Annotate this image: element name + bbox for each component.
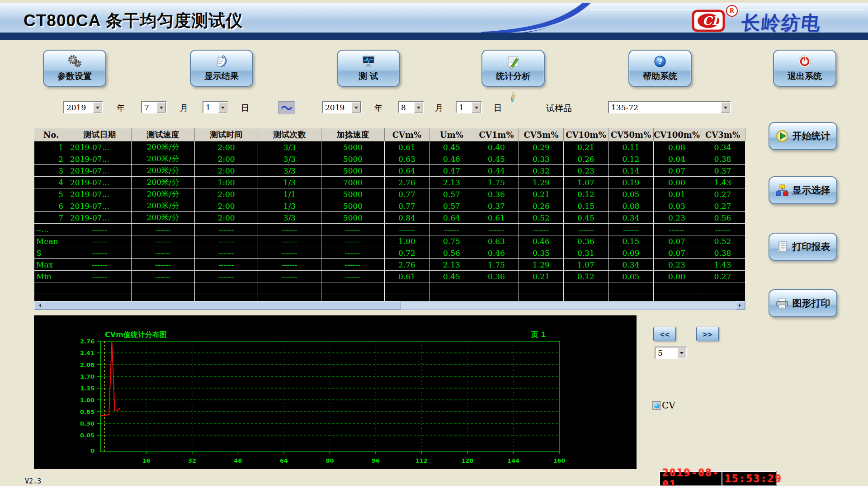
table-cell: ------ — [258, 259, 321, 271]
svg-text:96: 96 — [372, 457, 380, 464]
table-cell: ------ — [321, 235, 385, 247]
table-row[interactable]: 62019-07...200米/分2:001/350000.770.570.37… — [34, 200, 745, 212]
table-cell: 5000 — [321, 212, 385, 224]
table-row[interactable]: Min------------------------------0.610.4… — [34, 271, 745, 282]
table-cell: 0.45 — [564, 212, 609, 224]
table-cell: 200米/分 — [132, 188, 195, 200]
table-cell: ------ — [258, 271, 321, 282]
table-cell: 0.36 — [564, 235, 609, 247]
dropdown-arrow-icon[interactable] — [157, 102, 166, 113]
start-statistics-label: 开始统计 — [793, 130, 830, 142]
table-cell: 2019-07... — [68, 177, 132, 188]
end-day-select[interactable]: 1 — [456, 101, 482, 113]
start-month-select[interactable]: 7 — [141, 101, 167, 113]
table-cell: 5000 — [321, 141, 385, 153]
table-cell: 0.15 — [564, 200, 609, 212]
table-horizontal-scrollbar[interactable] — [34, 301, 745, 310]
brand-name: 长岭纺电 — [740, 10, 822, 36]
table-row[interactable]: --...-----------------------------------… — [34, 224, 745, 235]
start-year-select[interactable]: 2019 — [63, 101, 103, 113]
org-chart-icon — [776, 184, 788, 197]
table-cell: ------ — [132, 259, 195, 271]
sample-value: 135-72 — [611, 103, 638, 112]
display-select-button[interactable]: 显示选择 — [769, 176, 837, 204]
table-cell: 0.01 — [654, 188, 700, 200]
table-row[interactable]: 32019-07...200米/分2:003/350000.640.470.44… — [34, 165, 745, 177]
table-cell: 0.26 — [564, 153, 609, 165]
column-header: 加捻速度 — [321, 128, 385, 141]
table-row[interactable]: 22019-07...200米/分2:003/350000.630.460.45… — [34, 153, 745, 165]
table-cell: 6 — [34, 200, 68, 212]
table-cell: 0.63 — [385, 153, 429, 165]
print-report-button[interactable]: 打印报表 — [769, 233, 837, 261]
dropdown-arrow-icon[interactable] — [472, 102, 481, 113]
table-cell: ------ — [258, 224, 321, 235]
table-cell: 0.34 — [700, 141, 745, 153]
table-cell — [474, 282, 519, 294]
scrollbar-thumb[interactable] — [43, 301, 401, 310]
table-cell: 0.56 — [429, 247, 474, 259]
start-day-select[interactable]: 1 — [203, 101, 228, 113]
test-button[interactable]: 测 试 — [337, 50, 400, 87]
scroll-right-icon[interactable] — [736, 301, 745, 310]
table-cell: 0.57 — [429, 188, 474, 200]
header-bottom-bar — [0, 33, 868, 40]
svg-text:0.65: 0.65 — [80, 408, 94, 415]
cv-checkbox[interactable] — [652, 401, 661, 410]
table-row[interactable]: 52019-07...200米/分2:001/150000.770.570.36… — [34, 188, 745, 200]
table-row[interactable]: S------------------------------0.720.560… — [34, 247, 745, 259]
end-month-select[interactable]: 8 — [398, 101, 424, 113]
print-graph-button[interactable]: 图形打印 — [769, 289, 837, 317]
page-prev-button[interactable]: << — [653, 327, 676, 341]
table-cell: 0.23 — [564, 165, 609, 177]
table-cell: ------ — [258, 247, 321, 259]
show-results-button[interactable]: 显示结果 — [190, 50, 253, 87]
statistics-button[interactable]: 统计分析 — [481, 50, 545, 87]
table-cell: ------ — [609, 224, 654, 235]
table-cell: 2019-07... — [68, 153, 132, 165]
exit-button[interactable]: 退出系统 — [773, 50, 836, 87]
dropdown-arrow-icon[interactable] — [414, 102, 423, 113]
table-cell: ------ — [654, 224, 700, 235]
table-cell: 200米/分 — [132, 153, 195, 165]
table-cell: 2019-07... — [68, 200, 132, 212]
help-button[interactable]: ? 帮助系统 — [628, 50, 692, 87]
table-cell: 0.37 — [700, 165, 745, 177]
table-cell: 0.32 — [519, 165, 564, 177]
brand-logo: CL R 长岭纺电 — [692, 6, 863, 33]
settings-button[interactable]: 参数设置 — [43, 50, 106, 87]
table-row[interactable]: Mean------------------------------1.000.… — [34, 235, 745, 247]
table-cell — [321, 282, 385, 294]
svg-text:CVm值统计分布图: CVm值统计分布图 — [105, 330, 167, 339]
dropdown-arrow-icon[interactable] — [352, 102, 361, 113]
start-year-label: 年 — [117, 103, 125, 113]
table-row[interactable]: Max------------------------------2.762.1… — [34, 259, 745, 271]
table-cell: ------ — [429, 224, 474, 235]
scroll-left-icon[interactable] — [34, 301, 43, 310]
version-label: V2.3 — [25, 477, 41, 485]
dropdown-arrow-icon[interactable] — [721, 102, 730, 113]
table-cell: ------ — [68, 247, 132, 259]
page-size-select[interactable]: 5 — [655, 347, 687, 359]
table-cell: 5 — [34, 188, 68, 200]
table-cell: ------ — [385, 224, 429, 235]
table-row[interactable]: 42019-07...200米/分1:001/370002.762.131.75… — [34, 177, 745, 188]
dropdown-arrow-icon[interactable] — [93, 102, 102, 113]
table-cell: 0.19 — [609, 177, 654, 188]
end-year-select[interactable]: 2019 — [322, 101, 362, 113]
svg-text:2.41: 2.41 — [80, 350, 94, 357]
empty-row[interactable] — [34, 282, 745, 294]
page-next-button[interactable]: >> — [696, 327, 719, 341]
table-cell: 0.77 — [385, 200, 429, 212]
start-statistics-button[interactable]: 开始统计 — [769, 122, 837, 150]
show-results-label: 显示结果 — [204, 70, 239, 82]
table-row[interactable]: 72019-07...200米/分2:003/350000.840.640.61… — [34, 212, 745, 224]
table-cell: 0.23 — [654, 259, 700, 271]
table-row[interactable]: 12019-07...200米/分2:003/350000.610.450.40… — [34, 141, 745, 153]
dropdown-arrow-icon[interactable] — [218, 102, 227, 113]
table-cell: 0.07 — [654, 235, 700, 247]
table-cell — [385, 282, 429, 294]
table-cell: 0.64 — [429, 212, 474, 224]
dropdown-arrow-icon[interactable] — [677, 347, 686, 358]
sample-select[interactable]: 135-72 — [608, 101, 731, 113]
